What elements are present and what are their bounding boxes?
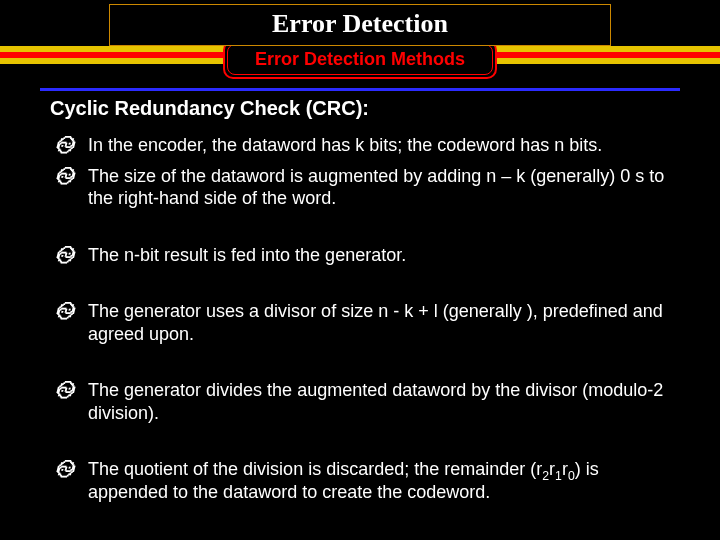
- bullet-icon: ࿊: [56, 244, 74, 267]
- content-panel: Cyclic Redundancy Check (CRC): ࿊In the e…: [40, 88, 680, 531]
- slide: Error Detection Error Detection Methods …: [0, 0, 720, 540]
- bullet-text: The generator uses a divisor of size n -…: [88, 300, 670, 345]
- slide-title: Error Detection: [110, 9, 610, 39]
- bullet-icon: ࿊: [56, 458, 74, 503]
- bullet-item: ࿊The generator divides the augmented dat…: [54, 375, 672, 428]
- bullet-icon: ࿊: [56, 379, 74, 424]
- bullet-text: The quotient of the division is discarde…: [88, 458, 670, 503]
- title-box: Error Detection: [109, 4, 611, 46]
- bullet-spacer: [54, 428, 672, 454]
- bullet-item: ࿊The n-bit result is fed into the genera…: [54, 240, 672, 271]
- bullet-item: ࿊In the encoder, the dataword has k bits…: [54, 130, 672, 161]
- bullet-list: ࿊In the encoder, the dataword has k bits…: [40, 130, 680, 507]
- bullet-text: The size of the dataword is augmented by…: [88, 165, 670, 210]
- bullet-spacer: [54, 214, 672, 240]
- bullet-item: ࿊The generator uses a divisor of size n …: [54, 296, 672, 349]
- bullet-icon: ࿊: [56, 134, 74, 157]
- bullet-spacer: [54, 349, 672, 375]
- bullet-text: The generator divides the augmented data…: [88, 379, 670, 424]
- bullet-item: ࿊The size of the dataword is augmented b…: [54, 161, 672, 214]
- slide-subtitle: Error Detection Methods: [227, 44, 493, 75]
- bullet-item: ࿊The quotient of the division is discard…: [54, 454, 672, 507]
- bullet-text: The n-bit result is fed into the generat…: [88, 244, 670, 267]
- bullet-icon: ࿊: [56, 165, 74, 210]
- bullet-icon: ࿊: [56, 300, 74, 345]
- section-title: Cyclic Redundancy Check (CRC):: [44, 91, 676, 130]
- bullet-text: In the encoder, the dataword has k bits;…: [88, 134, 670, 157]
- bullet-spacer: [54, 270, 672, 296]
